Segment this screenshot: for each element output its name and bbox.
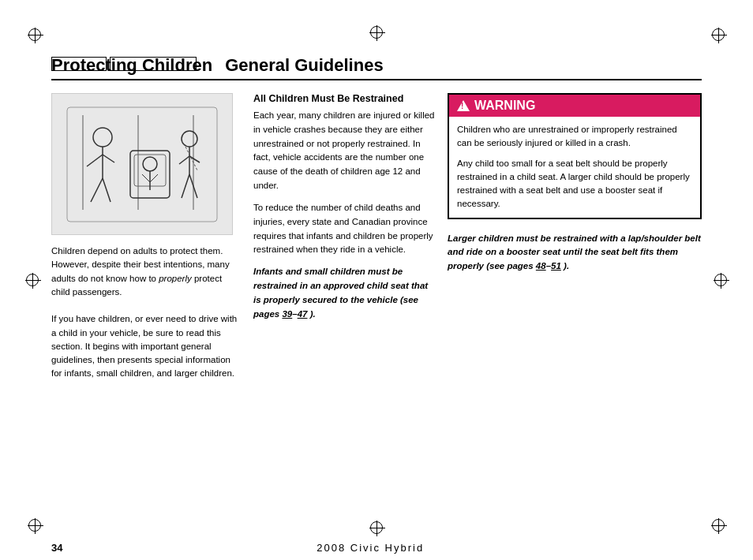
page-link-39[interactable]: 39 — [282, 309, 292, 319]
warning-triangle-icon — [457, 100, 470, 111]
left-column: Children depend on adults to protect the… — [51, 93, 241, 381]
para-one: Each year, many children are injured or … — [253, 109, 435, 193]
page-link-47[interactable]: 47 — [298, 309, 308, 319]
para-three: Infants and small children must be restr… — [253, 265, 435, 321]
page-footer: 34 2008 Civic Hybrid — [51, 542, 702, 554]
reg-mark-left — [26, 274, 39, 286]
middle-column: All Children Must Be Restrained Each yea… — [253, 93, 435, 381]
reg-mark-bottom — [370, 521, 383, 534]
page-number: 34 — [51, 542, 62, 554]
page-link-51[interactable]: 51 — [551, 261, 561, 271]
right-column: WARNING Children who are unrestrained or… — [448, 93, 702, 381]
para-end: ). — [307, 309, 315, 319]
warning-body: Children who are unrestrained or imprope… — [449, 117, 700, 218]
warning-header: WARNING — [449, 95, 700, 117]
bottom-italic-text: Larger children must be restrained with … — [448, 232, 702, 274]
reg-mark-right — [714, 274, 727, 286]
bottom-text-normal: (see pages — [484, 261, 536, 271]
warning-para1: Children who are unrestrained or imprope… — [457, 123, 692, 151]
main-content: Children depend on adults to protect the… — [51, 93, 702, 381]
bottom-end: ). — [561, 261, 569, 271]
child-seat-illustration — [51, 93, 233, 235]
reg-mark-br — [712, 519, 725, 532]
left-text-content: Children depend on adults to protect the… — [51, 246, 230, 297]
heading-guidelines: General Guidelines — [225, 55, 384, 76]
warning-para2: Any child too small for a seat belt shou… — [457, 157, 692, 211]
left-caption: Children depend on adults to protect the… — [51, 245, 241, 381]
left-text-second: If you have children, or ever need to dr… — [51, 314, 237, 378]
warning-box: WARNING Children who are unrestrained or… — [448, 93, 702, 219]
para-two: To reduce the number of child deaths and… — [253, 201, 435, 257]
reg-mark-tl — [28, 28, 41, 41]
reg-mark-top — [370, 26, 383, 39]
page-link-48[interactable]: 48 — [536, 261, 546, 271]
footer-title: 2008 Civic Hybrid — [317, 542, 424, 554]
warning-label: WARNING — [474, 99, 535, 113]
reg-mark-bl — [28, 519, 41, 532]
section-title: All Children Must Be Restrained — [253, 93, 435, 104]
reg-mark-tr — [712, 28, 725, 41]
